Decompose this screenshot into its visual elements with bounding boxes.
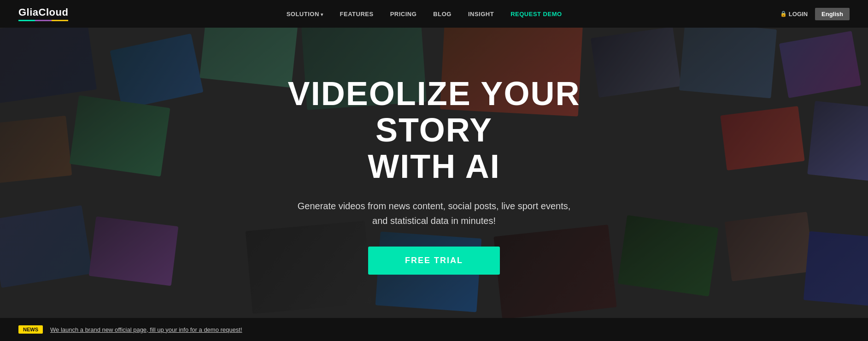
hero-subtitle: Generate videos from news content, socia… bbox=[236, 199, 632, 228]
login-label: LOGIN bbox=[789, 11, 808, 18]
hero-content: VIDEOLIZE YOUR STORY WITH AI Generate vi… bbox=[227, 76, 641, 275]
hero-section: VIDEOLIZE YOUR STORY WITH AI Generate vi… bbox=[0, 28, 868, 323]
nav-right: 🔒 LOGIN English bbox=[780, 8, 850, 20]
logo-line-yellow bbox=[52, 20, 68, 21]
logo-line-green bbox=[18, 20, 35, 21]
hero-title: VIDEOLIZE YOUR STORY WITH AI bbox=[236, 76, 632, 185]
nav-insight[interactable]: INSIGHT bbox=[468, 11, 494, 18]
nav-pricing[interactable]: PRICING bbox=[390, 11, 417, 18]
news-badge: News bbox=[18, 325, 43, 334]
logo-underline bbox=[18, 20, 68, 21]
language-button[interactable]: English bbox=[815, 8, 850, 20]
free-trial-button[interactable]: FREE TRIAL bbox=[368, 247, 500, 275]
hero-title-line2: WITH AI bbox=[368, 148, 500, 185]
lock-icon: 🔒 bbox=[780, 11, 787, 17]
login-button[interactable]: 🔒 LOGIN bbox=[780, 11, 808, 18]
nav-request-demo[interactable]: REQUEST DEMO bbox=[510, 11, 562, 18]
logo[interactable]: GliaCloud bbox=[18, 6, 68, 21]
nav-features[interactable]: FEATURES bbox=[340, 11, 374, 18]
navbar: GliaCloud SOLUTION FEATURES PRICING BLOG… bbox=[0, 0, 868, 28]
nav-solution[interactable]: SOLUTION bbox=[287, 11, 323, 18]
nav-blog[interactable]: BLOG bbox=[433, 11, 452, 18]
logo-text: GliaCloud bbox=[18, 6, 68, 18]
news-text[interactable]: We launch a brand new official page, fil… bbox=[50, 326, 242, 333]
hero-title-line1: VIDEOLIZE YOUR STORY bbox=[288, 75, 581, 148]
news-bar: News We launch a brand new official page… bbox=[0, 318, 868, 341]
nav-links: SOLUTION FEATURES PRICING BLOG INSIGHT R… bbox=[287, 11, 562, 18]
logo-line-purple bbox=[35, 20, 52, 21]
